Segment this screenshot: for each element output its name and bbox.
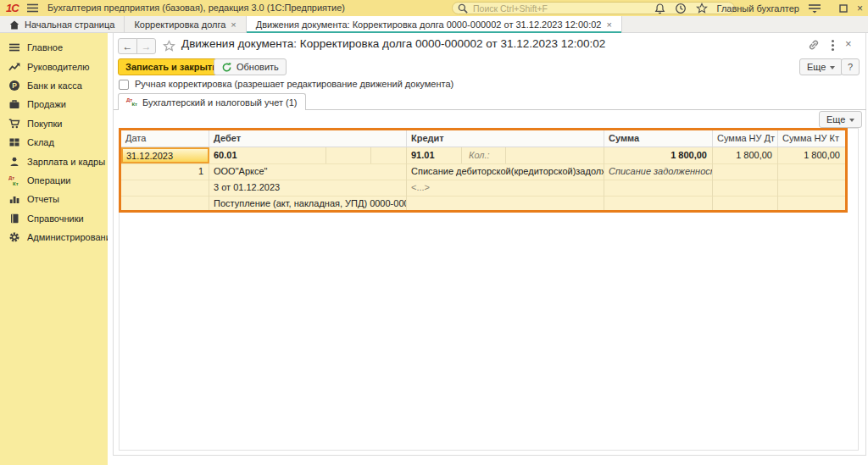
sidebar-item-sklad[interactable]: Склад xyxy=(0,133,108,152)
sidebar-item-otchety[interactable]: Отчеты xyxy=(0,190,108,208)
debit-subconto3[interactable]: Поступление (акт, накладная, УПД) 0000-0… xyxy=(209,196,406,208)
tab-accounting-tax-label: Бухгалтерский и налоговый учет (1) xyxy=(142,97,298,108)
table-row[interactable]: 31.12.2023 1 60.01 ООО"Арксе" 3 от 01.12… xyxy=(121,147,845,210)
nav-forward-button[interactable]: → xyxy=(136,38,156,54)
chevron-down-icon xyxy=(849,119,854,122)
home-icon xyxy=(9,20,19,30)
person-icon xyxy=(8,156,20,168)
movements-table: Дата Дебет Кредит Сумма Сумма НУ Дт Сумм… xyxy=(119,128,848,213)
tab-label: Корректировка долга xyxy=(134,19,225,30)
svg-text:Р: Р xyxy=(12,81,17,90)
credit-account[interactable]: 91.01 xyxy=(407,147,461,160)
column-header-amount-nu-dt[interactable]: Сумма НУ Дт xyxy=(713,130,778,147)
help-button[interactable]: ? xyxy=(841,58,860,75)
sidebar-item-label: Склад xyxy=(27,137,54,147)
refresh-label: Обновить xyxy=(236,62,279,72)
tab-accounting-tax[interactable]: ДтКт Бухгалтерский и налоговый учет (1) xyxy=(118,93,306,110)
favorite-star-icon[interactable] xyxy=(163,40,175,53)
page-title: Движения документа: Корректировка долга … xyxy=(181,37,605,50)
sidebar-item-rukovoditelyu[interactable]: Руководителю xyxy=(0,57,108,75)
sidebar-item-glavnoe[interactable]: Главное xyxy=(0,38,108,57)
tab-label: Движения документа: Корректировка долга … xyxy=(256,19,602,30)
favorites-star-icon[interactable] xyxy=(696,3,708,14)
sidebar-item-label: Операции xyxy=(27,175,70,185)
sidebar-item-spravochniki[interactable]: Справочники xyxy=(0,209,108,228)
amount-note: Списание задолженности xyxy=(604,163,712,176)
sidebar-item-bank-i-kassa[interactable]: Р Банк и касса xyxy=(0,76,108,95)
main-menu-icon[interactable] xyxy=(27,3,38,13)
nav-back-button[interactable]: ← xyxy=(118,38,137,54)
history-icon[interactable] xyxy=(675,3,687,14)
column-header-amount-nu-kt[interactable]: Сумма НУ Кт xyxy=(778,130,845,147)
more-menu-kebab-icon[interactable] xyxy=(832,40,834,42)
trend-chart-icon xyxy=(8,61,20,73)
maximize-button[interactable] xyxy=(839,4,848,13)
debit-account[interactable]: 60.01 xyxy=(209,147,406,160)
tab-korrektirovka-dolga[interactable]: Корректировка долга × xyxy=(125,16,246,33)
cell-column-amount-nu-dt[interactable]: 1 800,00 xyxy=(713,147,778,210)
movements-grid[interactable]: Дата Дебет Кредит Сумма Сумма НУ Дт Сумм… xyxy=(119,128,859,451)
save-and-close-label: Записать и закрыть xyxy=(125,62,218,72)
credit-subconto1[interactable]: Списание дебиторской(кредиторской)задолж… xyxy=(407,163,604,176)
sidebar-item-label: Главное xyxy=(27,42,63,53)
debit-credit-icon: ДтКт xyxy=(8,174,20,186)
cell-column-debit[interactable]: 60.01 ООО"Арксе" 3 от 01.12.2023 Поступл… xyxy=(209,147,407,210)
debit-subconto1[interactable]: ООО"Арксе" xyxy=(209,163,406,176)
title-bar: 1С Бухгалтерия предприятия (базовая), ре… xyxy=(0,0,868,16)
chevron-down-icon xyxy=(830,66,835,69)
credit-subconto2-empty[interactable]: <...> xyxy=(407,180,604,192)
row-number: 1 xyxy=(121,163,209,176)
svg-text:Дт: Дт xyxy=(8,175,14,180)
briefcase-icon xyxy=(8,98,20,110)
more-button-grid[interactable]: Еще xyxy=(819,111,862,128)
refresh-button[interactable]: Обновить xyxy=(214,58,287,75)
get-link-icon[interactable] xyxy=(808,39,820,51)
debit-subconto2[interactable]: 3 от 01.12.2023 xyxy=(209,180,406,192)
amount-nu-kt-value[interactable]: 1 800,00 xyxy=(778,147,845,160)
cell-column-amount[interactable]: 1 800,00 Списание задолженности xyxy=(604,147,713,210)
notifications-bell-icon[interactable] xyxy=(654,3,665,14)
sidebar-item-prodazhi[interactable]: Продажи xyxy=(0,95,108,113)
refresh-icon xyxy=(221,62,232,73)
cell-column-date[interactable]: 31.12.2023 1 xyxy=(121,147,209,210)
sidebar-item-label: Администрирование xyxy=(27,232,116,242)
pallet-grid-icon xyxy=(8,136,20,148)
open-windows-tabbar: Начальная страница Корректировка долга ×… xyxy=(0,16,868,33)
manual-adjust-checkbox[interactable] xyxy=(119,80,129,90)
tab-label: Начальная страница xyxy=(25,19,114,30)
column-header-date[interactable]: Дата xyxy=(121,130,209,147)
sidebar-item-pokupki[interactable]: Покупки xyxy=(0,114,108,133)
close-tab-icon[interactable]: × xyxy=(231,19,236,30)
more-label: Еще xyxy=(807,62,826,72)
1c-logo-icon: 1С xyxy=(6,2,19,14)
table-header-row: Дата Дебет Кредит Сумма Сумма НУ Дт Сумм… xyxy=(121,130,845,147)
sidebar-item-administrirovanie[interactable]: Администрирование xyxy=(0,228,108,246)
amount-value[interactable]: 1 800,00 xyxy=(604,147,712,160)
selected-cell-date[interactable]: 31.12.2023 xyxy=(121,147,209,163)
more-button-header[interactable]: Еще xyxy=(799,58,843,75)
tab-home[interactable]: Начальная страница xyxy=(0,16,125,33)
menu-lines-icon xyxy=(8,42,20,53)
close-document-icon[interactable]: × xyxy=(845,37,852,50)
tab-dvizheniya-dokumenta[interactable]: Движения документа: Корректировка долга … xyxy=(247,16,622,33)
cell-column-amount-nu-kt[interactable]: 1 800,00 xyxy=(778,147,845,210)
sidebar-item-zarplata-i-kadry[interactable]: Зарплата и кадры xyxy=(0,152,108,170)
cell-column-credit[interactable]: 91.01 Кол.: Списание дебиторской(кредито… xyxy=(407,147,604,210)
column-header-amount[interactable]: Сумма xyxy=(604,130,713,147)
service-menu-icon[interactable] xyxy=(809,3,821,14)
close-tab-icon[interactable]: × xyxy=(606,19,611,30)
section-sidebar: Главное Руководителю Р Банк и касса Прод… xyxy=(0,33,108,465)
manual-adjust-label[interactable]: Ручная корректировка (разрешает редактир… xyxy=(135,79,453,89)
shopping-cart-icon xyxy=(8,118,20,130)
app-title: Бухгалтерия предприятия (базовая), редак… xyxy=(47,3,345,13)
more-label: Еще xyxy=(826,114,845,125)
book-icon xyxy=(8,213,20,224)
sidebar-item-operacii[interactable]: ДтКт Операции xyxy=(0,171,108,190)
column-header-debit[interactable]: Дебет xyxy=(209,130,407,147)
amount-nu-dt-value[interactable]: 1 800,00 xyxy=(713,147,777,160)
close-window-button[interactable]: × xyxy=(857,3,863,14)
current-user-role[interactable]: Главный бухгалтер xyxy=(717,3,799,14)
sidebar-item-label: Продажи xyxy=(27,99,66,109)
save-and-close-button[interactable]: Записать и закрыть xyxy=(118,58,225,75)
column-header-credit[interactable]: Кредит xyxy=(407,130,604,147)
